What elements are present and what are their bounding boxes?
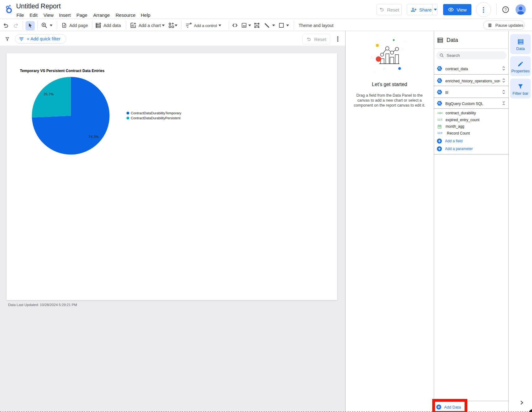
- svg-text:ContractDataDurabilityTemporar: ContractDataDurabilityTemporary: [131, 111, 181, 115]
- svg-text:25.7%: 25.7%: [44, 92, 54, 96]
- svg-text:A: A: [256, 24, 258, 27]
- svg-text:?: ?: [504, 7, 507, 12]
- svg-text:74.3%: 74.3%: [89, 135, 99, 139]
- svg-text:ContractDataDurabilityPersiste: ContractDataDurabilityPersistent: [131, 116, 181, 120]
